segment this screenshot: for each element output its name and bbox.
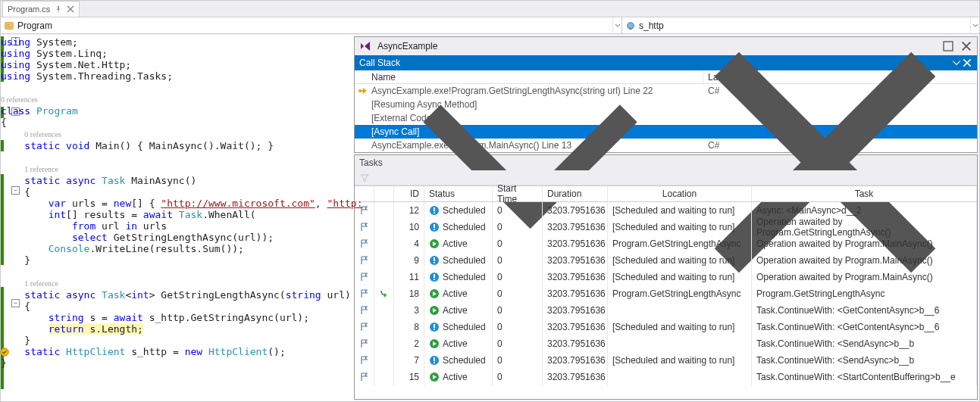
id-cell: 3 [394,302,424,319]
location-cell: [Scheduled and waiting to run] [608,269,752,285]
duration-cell: 3203.7951636 [543,369,608,385]
start-cell: 0 [493,319,543,335]
filter-icon[interactable] [359,173,370,183]
start-cell: 0 [493,252,543,269]
location-cell: Program.GetStringLengthAsync [608,235,752,252]
task-row[interactable]: 3Active03203.7951636Task.ContinueWith: <… [355,302,977,319]
current-cell [374,269,394,285]
pin-icon[interactable] [55,5,62,13]
task-row[interactable]: 10Scheduled03203.7951636[Scheduled and w… [355,219,977,235]
start-cell: 0 [493,285,543,302]
col-status[interactable]: Status [424,186,493,201]
code-area[interactable]: using System;using System.Linq;using Sys… [1,35,362,401]
status-cell: Scheduled [424,269,493,285]
current-cell [374,219,394,235]
col-location[interactable]: Location [608,186,752,201]
duration-cell: 3203.7951636 [543,235,608,252]
location-cell: [Scheduled and waiting to run] [608,202,752,219]
status-cell: Active [424,235,493,252]
class-icon [4,20,14,31]
duration-cell: 3203.7951636 [543,335,608,352]
task-row[interactable]: 2Active03203.7951636Task.ContinueWith: <… [355,335,977,352]
col-duration[interactable]: Duration [543,186,608,201]
start-cell: 0 [493,219,543,235]
location-cell: [Scheduled and waiting to run] [608,319,752,335]
current-cell [374,319,394,335]
tasks-toolbar [355,170,977,185]
status-cell: Scheduled [424,352,493,369]
task-cell: Operation awaited by Program.MainAsync() [752,252,977,269]
task-row[interactable]: 4Active03203.7951636Program.GetStringLen… [355,235,977,252]
duration-cell: 3203.7951636 [543,285,608,302]
task-cell: Task.ContinueWith: <SendAsync>b__b [752,335,977,352]
task-cell: Operation awaited by Program.GetStringLe… [752,219,977,235]
task-row[interactable]: 9Scheduled03203.7951636[Scheduled and wa… [355,252,977,269]
current-cell [374,352,394,369]
id-cell: 9 [394,252,424,269]
tab-title: Program.cs [8,5,50,14]
start-cell: 0 [493,269,543,285]
id-cell: 4 [394,235,424,252]
chevron-down-icon [972,23,978,29]
svg-point-20 [434,279,435,280]
duration-cell: 3203.7951636 [543,202,608,219]
current-cell [374,285,394,302]
id-cell: 8 [394,319,424,335]
svg-point-29 [434,362,435,363]
location-cell: [Scheduled and waiting to run] [608,219,752,235]
close-icon[interactable] [962,58,972,68]
start-cell: 0 [493,302,543,319]
svg-point-10 [434,212,435,213]
status-cell: Scheduled [424,202,493,219]
code-editor[interactable]: − − − − using System;using System.Linq;u… [1,35,354,401]
svg-rect-12 [434,224,435,228]
svg-rect-16 [434,257,435,261]
tasks-panel-header[interactable]: Tasks [355,155,977,170]
start-cell: 0 [493,235,543,252]
nav-class-label: Program [17,20,52,31]
close-icon[interactable] [67,5,74,13]
task-cell: Task.ContinueWith: <GetContentAsync>b__6 [752,302,977,319]
duration-cell: 3203.7951636 [543,269,608,285]
location-cell: [Scheduled and waiting to run] [608,252,752,269]
location-cell: [Scheduled and waiting to run] [608,352,752,369]
window-dropdown-icon[interactable] [951,58,962,68]
col-start[interactable]: Start Time [493,186,543,201]
status-cell: Active [424,302,493,319]
task-row[interactable]: 8Scheduled03203.7951636[Scheduled and wa… [355,319,977,335]
svg-point-13 [434,229,435,230]
status-cell: Scheduled [424,252,493,269]
task-cell: Task.ContinueWith: <StartContentBufferin… [752,369,977,385]
id-cell: 11 [394,269,424,285]
task-row[interactable]: 15Active03203.7951636Task.ContinueWith: … [355,369,977,385]
location-cell [608,302,752,319]
task-row[interactable]: 11Scheduled03203.7951636[Scheduled and w… [355,269,977,285]
col-task[interactable]: Task [752,186,977,201]
id-cell: 18 [394,285,424,302]
current-cell [374,202,394,219]
task-cell: Operation awaited by Program.MainAsync() [752,235,977,252]
duration-cell: 3203.7951636 [543,352,608,369]
start-cell: 0 [493,352,543,369]
tasks-window: Tasks ID Status Start Time Duration Loca… [354,154,978,400]
document-tab-program-cs[interactable]: Program.cs [2,1,80,17]
id-cell: 10 [394,219,424,235]
current-cell [374,335,394,352]
current-cell [374,302,394,319]
duration-cell: 3203.7951636 [543,302,608,319]
svg-rect-1 [7,24,10,25]
col-current[interactable] [374,186,394,201]
status-cell: Scheduled [424,319,493,335]
status-cell: Active [424,369,493,385]
current-cell [374,252,394,269]
task-row[interactable]: 18Active03203.7951636Program.GetStringLe… [355,285,977,302]
location-cell: Program.GetStringLengthAsync [608,285,752,302]
id-cell: 12 [394,202,424,219]
task-row[interactable]: 7Scheduled03203.7951636[Scheduled and wa… [355,352,977,369]
status-cell: Active [424,285,493,302]
svg-rect-0 [5,22,14,29]
status-cell: Scheduled [424,219,493,235]
col-id[interactable]: ID [394,186,424,201]
location-cell [608,369,752,385]
start-cell: 0 [493,202,543,219]
